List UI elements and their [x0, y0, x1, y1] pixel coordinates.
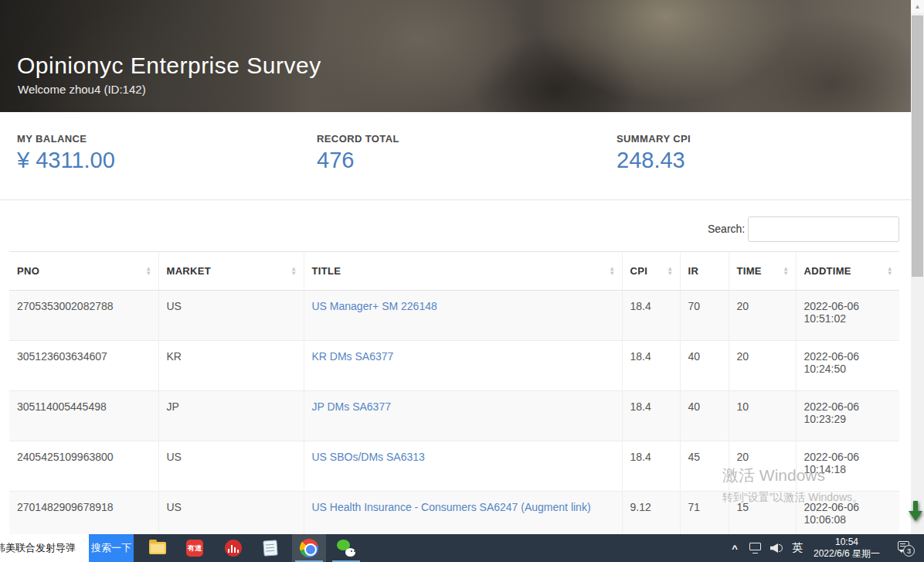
taskbar-search-input[interactable]: 韩美联合发射导弹: [0, 534, 89, 562]
survey-link[interactable]: JP DMs SA6377: [312, 400, 391, 413]
cell-title: JP DMs SA6377: [304, 391, 622, 441]
column-header-title[interactable]: TITLE▲▼: [304, 252, 622, 291]
music-app-button[interactable]: [216, 534, 250, 562]
scroll-up-arrow-icon[interactable]: ▲: [911, 0, 924, 13]
welcome-text: Welcome zhou4 (ID:142): [18, 83, 146, 96]
notification-icon: 3: [898, 541, 913, 555]
tray-expand-chevron[interactable]: ^: [725, 534, 745, 562]
table-row: 305114005445498 JP JP DMs SA6377 18.4 40…: [9, 391, 899, 441]
table-row: 2705353002082788 US US Manager+ SM 22614…: [9, 291, 899, 341]
youdao-icon: 有道: [186, 540, 203, 557]
cell-ir: 70: [680, 291, 729, 341]
column-header-pno[interactable]: PNO▲▼: [9, 252, 158, 291]
cell-pno: 305114005445498: [9, 391, 158, 441]
desktop-screen: Opinionyc Enterprise Survey Welcome zhou…: [0, 0, 924, 562]
scrollbar-thumb[interactable]: [912, 15, 923, 277]
stat-value: ¥ 4311.00: [17, 148, 115, 173]
sort-icon: ▲▼: [783, 267, 789, 276]
column-header-cpi[interactable]: CPI▲▼: [622, 252, 680, 291]
column-header-ir[interactable]: IR: [680, 252, 729, 291]
chrome-button[interactable]: [292, 534, 326, 562]
cell-ir: 40: [680, 341, 729, 391]
network-tray-button[interactable]: [745, 534, 766, 562]
sort-icon: ▲▼: [290, 267, 297, 276]
cell-title: US SBOs/DMs SA6313: [304, 441, 622, 492]
search-label: Search:: [708, 223, 745, 235]
table-header-row: PNO▲▼ MARKET▲▼ TITLE▲▼ CPI▲▼ IR TIME▲▼ A…: [9, 252, 899, 291]
survey-table: PNO▲▼ MARKET▲▼ TITLE▲▼ CPI▲▼ IR TIME▲▼ A…: [9, 251, 899, 542]
survey-link[interactable]: US Health Insurance - Consumers SA6247 (…: [312, 501, 591, 513]
folder-icon: [149, 542, 166, 554]
column-header-time[interactable]: TIME▲▼: [729, 252, 796, 291]
youdao-button[interactable]: 有道: [178, 534, 212, 562]
cell-title: US Manager+ SM 226148: [304, 291, 622, 341]
search-input[interactable]: [748, 216, 899, 242]
stat-value: 248.43: [617, 148, 691, 173]
cell-ir: 40: [680, 391, 729, 441]
volume-icon: [770, 543, 784, 553]
stat-label: MY BALANCE: [17, 133, 115, 145]
file-explorer-button[interactable]: [141, 534, 175, 562]
survey-link[interactable]: KR DMs SA6377: [312, 350, 394, 363]
table-row: 305123603634607 KR KR DMs SA6377 18.4 40…: [9, 341, 899, 391]
cell-addtime: 2022-06-06 10:23:29: [796, 391, 899, 441]
cell-market: US: [158, 291, 304, 341]
cell-ir: 45: [680, 441, 729, 492]
wechat-button[interactable]: [329, 534, 363, 562]
green-down-arrow-icon[interactable]: [909, 499, 922, 524]
sort-icon: ▲▼: [667, 267, 673, 276]
cell-time: 20: [729, 341, 796, 391]
music-icon: [225, 540, 242, 557]
column-header-market[interactable]: MARKET▲▼: [158, 252, 304, 291]
time-text: 10:54: [835, 536, 858, 548]
cell-cpi: 18.4: [622, 391, 680, 441]
sort-icon: ▲▼: [609, 267, 615, 276]
sort-icon: ▲▼: [145, 267, 151, 276]
date-text: 2022/6/6 星期一: [814, 548, 880, 560]
notepad-icon: [263, 540, 277, 556]
stat-summary-cpi: SUMMARY CPI 248.43: [617, 133, 691, 173]
notepad-button[interactable]: [253, 534, 287, 562]
stat-my-balance: MY BALANCE ¥ 4311.00: [17, 133, 115, 173]
volume-tray-button[interactable]: [766, 534, 788, 562]
survey-link[interactable]: US SBOs/DMs SA6313: [312, 451, 425, 463]
cell-addtime: 2022-06-06 10:14:18: [796, 441, 899, 492]
cell-time: 10: [729, 391, 796, 441]
windows-taskbar: 韩美联合发射导弹 搜索一下 有道 ^: [0, 534, 924, 562]
stat-label: RECORD TOTAL: [317, 133, 399, 145]
notification-badge: 3: [903, 545, 915, 557]
hero-banner: Opinionyc Enterprise Survey Welcome zhou…: [0, 0, 924, 112]
sort-icon: ▲▼: [887, 267, 893, 276]
cell-pno: 305123603634607: [9, 341, 158, 391]
action-center-button[interactable]: 3: [890, 534, 921, 562]
cell-time: 20: [729, 291, 796, 341]
cell-cpi: 18.4: [622, 441, 680, 492]
stat-label: SUMMARY CPI: [617, 133, 691, 145]
cell-addtime: 2022-06-06 10:24:50: [796, 341, 899, 391]
cell-title: KR DMs SA6377: [304, 341, 622, 391]
cell-pno: 2405425109963800: [9, 441, 158, 492]
column-header-addtime[interactable]: ADDTIME▲▼: [796, 252, 899, 291]
cell-cpi: 18.4: [622, 341, 680, 391]
stat-record-total: RECORD TOTAL 476: [317, 133, 399, 173]
cell-addtime: 2022-06-06 10:51:02: [796, 291, 899, 341]
stat-value: 476: [317, 148, 399, 173]
taskbar-search-button[interactable]: 搜索一下: [89, 534, 134, 562]
chrome-icon: [300, 539, 318, 557]
taskbar-clock[interactable]: 10:54 2022/6/6 星期一: [808, 534, 885, 562]
cell-market: JP: [158, 391, 304, 441]
page-title: Opinionyc Enterprise Survey: [17, 53, 321, 79]
cell-pno: 2705353002082788: [9, 291, 158, 341]
input-language-button[interactable]: 英: [788, 534, 807, 562]
cell-market: US: [158, 441, 304, 492]
scrollbar[interactable]: ▲: [911, 0, 924, 534]
network-icon: [749, 543, 763, 553]
table-row: 2405425109963800 US US SBOs/DMs SA6313 1…: [9, 441, 899, 492]
cell-time: 20: [729, 441, 796, 492]
cell-market: KR: [158, 341, 304, 391]
section-divider: [0, 199, 924, 200]
cell-cpi: 18.4: [622, 291, 680, 341]
wechat-icon: [337, 540, 355, 557]
survey-link[interactable]: US Manager+ SM 226148: [312, 300, 437, 312]
